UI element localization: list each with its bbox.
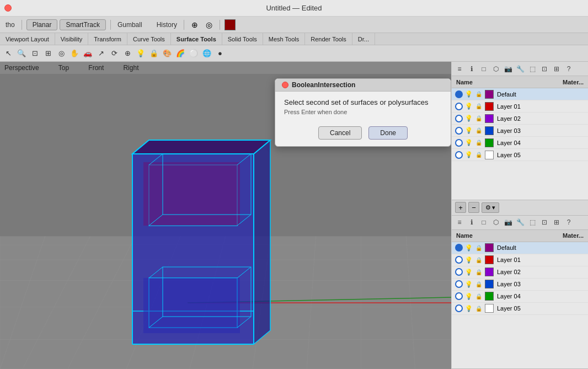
panel-cube-icon[interactable]: ⬡ [490,63,501,74]
tab-curve-tools[interactable]: Curve Tools [127,33,171,45]
layer2-lock-02[interactable]: 🔒 [475,268,483,276]
panel2-layers-icon[interactable]: ≡ [454,217,465,228]
layer-row-default-1[interactable]: 💡 🔒 Default [452,88,588,100]
close-button[interactable] [4,4,12,12]
layer-bulb-01[interactable]: 💡 [465,103,473,110]
add-layer-button[interactable]: + [455,202,466,213]
layer-row2-01[interactable]: 💡 🔒 Layer 01 [452,254,588,266]
layer2-lock-05[interactable]: 🔒 [475,304,483,312]
tool-light[interactable]: 💡 [135,47,147,60]
tool-pan[interactable]: ✋ [68,47,81,60]
tab-transform[interactable]: Transform [88,33,127,45]
tool-lock[interactable]: 🔒 [148,47,160,60]
cancel-button[interactable]: Cancel [318,126,362,140]
done-button[interactable]: Done [368,126,408,140]
layer2-bulb-02[interactable]: 💡 [465,268,473,276]
layer2-lock-default[interactable]: 🔒 [475,244,483,252]
tool-path[interactable]: ↗ [95,47,107,60]
vp-right[interactable]: Right [123,64,138,72]
tool-sphere[interactable]: ⚪ [188,47,200,60]
panel-snap-icon[interactable]: ⬚ [527,63,538,74]
layer-row-02-1[interactable]: 💡 🔒 Layer 02 [452,113,588,125]
panel2-snap-icon[interactable]: ⬚ [527,217,538,228]
crosshair-icon[interactable]: ⊕ [189,19,201,31]
layer2-color-05[interactable] [485,304,494,313]
layer-row-default-2[interactable]: 💡 🔒 Default [452,242,588,254]
tool-select3[interactable]: ◎ [55,47,67,60]
layer-lock-03[interactable]: 🔒 [475,127,483,135]
tool-color[interactable]: 🌈 [174,47,186,60]
gear-menu-button[interactable]: ⚙ ▾ [482,202,499,213]
vp-perspective[interactable]: Perspective [4,64,39,72]
layer-row2-05[interactable]: 💡 🔒 Layer 05 [452,303,588,315]
vp-top[interactable]: Top [58,64,69,72]
panel-info-icon[interactable]: ℹ [466,63,477,74]
tab-surface-tools[interactable]: Surface Tools [171,33,222,45]
layer2-bulb-default[interactable]: 💡 [465,244,473,252]
layer2-lock-03[interactable]: 🔒 [475,280,483,288]
tab-visibility[interactable]: Visibility [55,33,89,45]
layer-color-01[interactable] [485,102,494,111]
tool-arrow[interactable]: ↖ [2,47,14,60]
panel2-camera-icon[interactable]: 📷 [503,217,514,228]
layer-row-04-1[interactable]: 💡 🔒 Layer 04 [452,137,588,149]
panel-box-icon[interactable]: □ [478,63,489,74]
panel-view-icon[interactable]: ⊡ [539,63,550,74]
remove-layer-button[interactable]: − [468,202,479,213]
layer-bulb[interactable]: 💡 [465,90,473,98]
tab-viewport-layout[interactable]: Viewport Layout [0,33,55,45]
tab-render-tools[interactable]: Render Tools [305,33,352,45]
layer-row2-02[interactable]: 💡 🔒 Layer 02 [452,266,588,279]
panel2-view-icon[interactable]: ⊡ [539,217,550,228]
layer2-lock-04[interactable]: 🔒 [475,292,483,300]
smarttrack-button[interactable]: SmartTrack [60,19,106,30]
panel-window-icon[interactable]: ⊞ [551,63,562,74]
layer-color-swatch[interactable] [485,90,494,99]
panel2-help-icon[interactable]: ? [563,217,574,228]
panel2-box-icon[interactable]: □ [478,217,489,228]
tool-paint[interactable]: 🎨 [161,47,173,60]
tool-globe[interactable]: 🌐 [201,47,213,60]
layer-bulb-05[interactable]: 💡 [465,151,473,159]
tab-dr[interactable]: Dr... [352,33,375,45]
layer-color-02[interactable] [485,114,494,123]
target-icon[interactable]: ◎ [203,19,215,31]
tab-solid-tools[interactable]: Solid Tools [222,33,263,45]
layer2-bulb-05[interactable]: 💡 [465,304,473,312]
layer-color-04[interactable] [485,138,494,147]
dialog-close-button[interactable] [282,82,288,88]
panel-help-icon[interactable]: ? [563,63,574,74]
tool-select2[interactable]: ⊞ [42,47,54,60]
layer-lock-04[interactable]: 🔒 [475,139,483,147]
layer-lock-05[interactable]: 🔒 [475,151,483,159]
panel-layers-icon[interactable]: ≡ [454,63,465,74]
layer-row-01-1[interactable]: 💡 🔒 Layer 01 [452,100,588,113]
layer2-color-01[interactable] [485,255,494,264]
layer-bulb-04[interactable]: 💡 [465,139,473,147]
layer2-bulb-03[interactable]: 💡 [465,280,473,288]
layer-row-05-1[interactable]: 💡 🔒 Layer 05 [452,149,588,161]
tool-rotate[interactable]: ⟳ [108,47,120,60]
panel2-info-icon[interactable]: ℹ [466,217,477,228]
panel2-tools-icon[interactable]: 🔧 [515,217,526,228]
tool-circle[interactable]: ● [214,47,226,60]
layer2-bulb-01[interactable]: 💡 [465,256,473,264]
tool-select1[interactable]: ⊡ [29,47,41,60]
layer-row-03-1[interactable]: 💡 🔒 Layer 03 [452,125,588,137]
layer2-color-02[interactable] [485,268,494,276]
layer-lock-01[interactable]: 🔒 [475,103,483,110]
planar-button[interactable]: Planar [26,19,58,30]
layer-color-03[interactable] [485,126,494,135]
layer-color-05[interactable] [485,151,494,159]
layer2-color-03[interactable] [485,280,494,288]
layer-lock[interactable]: 🔒 [475,90,483,98]
vp-front[interactable]: Front [88,64,104,72]
color-swatch[interactable] [224,19,236,30]
layer2-bulb-04[interactable]: 💡 [465,292,473,300]
layer-lock-02[interactable]: 🔒 [475,115,483,122]
layer2-color-04[interactable] [485,292,494,301]
viewport-3d[interactable]: BooleanIntersection Select second set of… [0,74,451,369]
panel-tools-icon[interactable]: 🔧 [515,63,526,74]
layer-row2-03[interactable]: 💡 🔒 Layer 03 [452,279,588,291]
tool-snap[interactable]: ⊕ [121,47,133,60]
